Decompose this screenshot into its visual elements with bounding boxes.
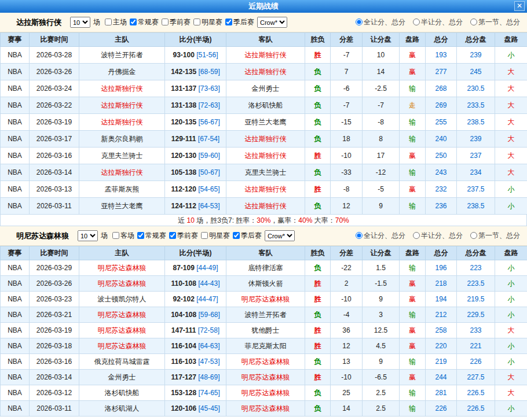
filter-checkbox[interactable] bbox=[201, 232, 208, 239]
handicap-line: 2.5 bbox=[363, 385, 400, 401]
filter-checkbox[interactable] bbox=[233, 232, 240, 239]
filter-checkbox-option[interactable]: 季前赛 bbox=[166, 231, 198, 240]
game-date: 2026-03-21 bbox=[30, 307, 79, 323]
column-header: 胜负 bbox=[305, 246, 331, 260]
company-select[interactable]: Crow* bbox=[265, 230, 295, 241]
result: 负 bbox=[305, 307, 331, 323]
filter-checkbox[interactable] bbox=[130, 19, 137, 25]
filter-checkbox[interactable] bbox=[137, 232, 144, 239]
filter-checkbox-option[interactable]: 季后赛 bbox=[222, 18, 254, 26]
point-diff: -7 bbox=[331, 47, 363, 64]
handicap-line: 1.5 bbox=[363, 260, 400, 276]
company-select[interactable]: Crow* bbox=[257, 17, 287, 28]
filter-checkbox-option[interactable]: 季前赛 bbox=[159, 18, 191, 26]
total-line: 219.5 bbox=[457, 292, 495, 307]
radio-button[interactable] bbox=[356, 232, 363, 239]
odds-type-radio-option[interactable]: 半让分、总分 bbox=[410, 231, 463, 240]
score: 112-120 [54-65] bbox=[165, 181, 226, 198]
handicap-line: -5 bbox=[363, 181, 400, 198]
total-points: 244 bbox=[426, 370, 457, 385]
column-header: 盘路 bbox=[495, 33, 527, 47]
radio-button[interactable] bbox=[470, 19, 477, 25]
handicap-result: 输 bbox=[400, 164, 426, 181]
home-team: 明尼苏达森林狼 bbox=[79, 307, 165, 323]
game-date: 2026-03-16 bbox=[30, 148, 79, 164]
odds-type-radio-option[interactable]: 第一节、总分 bbox=[467, 231, 520, 240]
close-icon[interactable]: ✕ bbox=[514, 1, 525, 11]
away-team: 亚特兰大老鹰 bbox=[226, 114, 305, 131]
score: 105-138 [50-67] bbox=[165, 164, 226, 181]
game-row: NBA2026-03-19达拉斯独行侠120-135 [56-67]亚特兰大老鹰… bbox=[1, 114, 527, 131]
radio-button[interactable] bbox=[413, 232, 420, 239]
handicap-result: 赢 bbox=[400, 292, 426, 307]
radio-button[interactable] bbox=[356, 19, 363, 25]
game-date: 2026-03-26 bbox=[30, 276, 79, 292]
over-under: 大 bbox=[495, 385, 527, 401]
away-team: 明尼苏达森林狼 bbox=[226, 370, 305, 385]
over-under: 大 bbox=[495, 370, 527, 385]
radio-button[interactable] bbox=[413, 19, 420, 25]
filter-checkbox[interactable] bbox=[162, 19, 169, 25]
league: NBA bbox=[1, 370, 30, 385]
column-header: 分差 bbox=[331, 33, 363, 47]
handicap-line: 9 bbox=[363, 198, 400, 215]
point-diff: 14 bbox=[331, 401, 363, 417]
filter-checkbox-option[interactable]: 明星赛 bbox=[198, 231, 230, 240]
away-team: 达拉斯独行侠 bbox=[226, 198, 305, 215]
league: NBA bbox=[1, 131, 30, 148]
filter-checkbox[interactable] bbox=[105, 19, 112, 25]
game-row: NBA2026-03-14达拉斯独行侠105-138 [50-67]克里夫兰骑士… bbox=[1, 164, 527, 181]
total-line: 237.5 bbox=[457, 181, 495, 198]
away-team: 达拉斯独行侠 bbox=[226, 131, 305, 148]
games-count-suffix: 场 bbox=[93, 17, 100, 27]
game-date: 2026-03-17 bbox=[30, 131, 79, 148]
result: 胜 bbox=[305, 370, 331, 385]
filter-checkbox-option[interactable]: 明星赛 bbox=[191, 18, 222, 26]
filter-checkbox-option[interactable]: 常规赛 bbox=[134, 231, 166, 240]
over-under: 小 bbox=[495, 198, 527, 215]
over-under: 小 bbox=[495, 260, 527, 276]
filter-checkbox-option[interactable]: 常规赛 bbox=[127, 18, 159, 26]
filter-checkbox-option[interactable]: 主场 bbox=[102, 18, 127, 26]
away-team: 波特兰开拓者 bbox=[226, 307, 305, 323]
away-team: 达拉斯独行侠 bbox=[226, 148, 305, 164]
filter-checkbox[interactable] bbox=[225, 19, 232, 25]
point-diff: 12 bbox=[331, 338, 363, 354]
filter-checkbox-option[interactable]: 客场 bbox=[109, 231, 134, 240]
games-count-select[interactable]: 10 bbox=[78, 230, 98, 241]
home-team: 波士顿凯尔特人 bbox=[79, 292, 165, 307]
point-diff: -10 bbox=[331, 148, 363, 164]
home-team: 明尼苏达森林狼 bbox=[79, 323, 165, 338]
total-line: 226.5 bbox=[457, 401, 495, 417]
home-team: 明尼苏达森林狼 bbox=[79, 338, 165, 354]
league: NBA bbox=[1, 323, 30, 338]
total-points: 194 bbox=[426, 292, 457, 307]
filter-checkbox[interactable] bbox=[193, 19, 200, 25]
score: 131-137 [73-63] bbox=[165, 80, 226, 97]
total-points: 218 bbox=[426, 276, 457, 292]
summary-text: 40% bbox=[298, 216, 312, 224]
games-count-select[interactable]: 10 bbox=[70, 17, 90, 28]
panel-title: 近期战绩 bbox=[0, 1, 527, 12]
league: NBA bbox=[1, 338, 30, 354]
odds-type-radio-option[interactable]: 半让分、总分 bbox=[410, 18, 463, 26]
filter-checkbox[interactable] bbox=[169, 232, 176, 239]
total-points: 236 bbox=[426, 198, 457, 215]
total-line: 226 bbox=[457, 354, 495, 370]
filter-checkbox-option[interactable]: 季后赛 bbox=[230, 231, 262, 240]
filter-checkbox[interactable] bbox=[112, 232, 119, 239]
away-team: 达拉斯独行侠 bbox=[226, 47, 305, 64]
score: 120-106 [45-45] bbox=[165, 401, 226, 417]
handicap-result: 输 bbox=[400, 401, 426, 417]
over-under: 大 bbox=[495, 323, 527, 338]
handicap-result: 输 bbox=[400, 131, 426, 148]
result: 胜 bbox=[305, 47, 331, 64]
summary-text: 70% bbox=[335, 216, 349, 224]
handicap-line: 2.5 bbox=[363, 401, 400, 417]
radio-button[interactable] bbox=[470, 232, 477, 239]
odds-type-radio-option[interactable]: 全让分、总分 bbox=[353, 231, 405, 240]
odds-type-radio-option[interactable]: 全让分、总分 bbox=[353, 18, 405, 26]
result: 胜 bbox=[305, 323, 331, 338]
odds-type-radio-option[interactable]: 第一节、总分 bbox=[467, 18, 520, 26]
away-team: 明尼苏达森林狼 bbox=[226, 385, 305, 401]
